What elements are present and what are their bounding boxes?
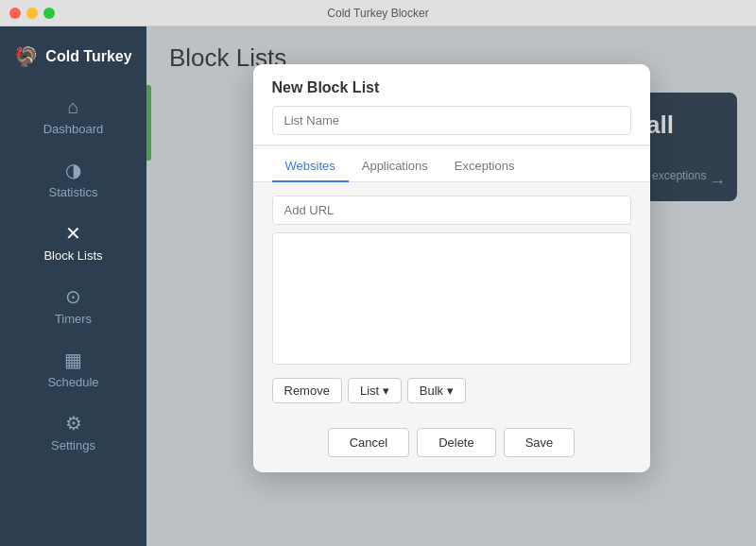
title-bar: Cold Turkey Blocker — [0, 0, 756, 26]
sidebar-item-block-lists[interactable]: ✕ Block Lists — [0, 211, 146, 274]
modal-footer: Cancel Delete Save — [253, 428, 650, 472]
url-list-textarea[interactable] — [272, 232, 631, 365]
tab-applications[interactable]: Applications — [349, 149, 441, 182]
schedule-icon: ▦ — [64, 349, 82, 371]
close-button[interactable] — [9, 8, 21, 19]
modal-body: Remove List ▾ Bulk ▾ — [253, 182, 650, 428]
window-controls[interactable] — [9, 8, 55, 19]
modal-title: New Block List — [272, 79, 631, 96]
bulk-dropdown-button[interactable]: Bulk ▾ — [407, 378, 466, 403]
maximize-button[interactable] — [43, 8, 55, 19]
sidebar-item-statistics[interactable]: ◑ Statistics — [0, 147, 146, 211]
brand-icon: 🦃 — [14, 45, 38, 68]
app-container: 🦃 Cold Turkey ⌂ Dashboard ◑ Statistics ✕… — [0, 26, 756, 546]
statistics-label: Statistics — [48, 185, 97, 199]
sidebar-item-settings[interactable]: ⚙ Settings — [0, 401, 146, 464]
dashboard-label: Dashboard — [43, 122, 104, 136]
settings-icon: ⚙ — [65, 412, 82, 435]
statistics-icon: ◑ — [65, 159, 81, 181]
modal-tabs: Websites Applications Exceptions — [253, 149, 650, 182]
sidebar-brand: 🦃 Cold Turkey — [14, 36, 131, 85]
action-buttons: Remove List ▾ Bulk ▾ — [272, 378, 631, 403]
new-block-list-modal: New Block List Websites Applications Exc… — [253, 64, 650, 472]
sidebar-item-schedule[interactable]: ▦ Schedule — [0, 337, 146, 401]
cancel-button[interactable]: Cancel — [328, 428, 409, 457]
sidebar: 🦃 Cold Turkey ⌂ Dashboard ◑ Statistics ✕… — [0, 26, 146, 546]
remove-button[interactable]: Remove — [272, 378, 342, 403]
block-lists-icon: ✕ — [65, 222, 81, 245]
sidebar-item-dashboard[interactable]: ⌂ Dashboard — [0, 85, 146, 147]
add-url-input[interactable] — [272, 196, 631, 225]
tab-exceptions[interactable]: Exceptions — [441, 149, 528, 182]
dashboard-icon: ⌂ — [67, 96, 78, 118]
save-button[interactable]: Save — [504, 428, 576, 457]
timers-label: Timers — [55, 312, 92, 326]
timers-icon: ⊙ — [65, 285, 81, 308]
main-content: ‹ Block Lists Block all sites sites, 0 a… — [146, 26, 756, 546]
sidebar-nav: ⌂ Dashboard ◑ Statistics ✕ Block Lists ⊙… — [0, 85, 146, 464]
list-dropdown-button[interactable]: List ▾ — [348, 378, 402, 403]
block-lists-label: Block Lists — [43, 248, 102, 263]
tab-websites[interactable]: Websites — [272, 149, 349, 182]
list-name-input[interactable] — [272, 106, 631, 135]
window-title: Cold Turkey Blocker — [327, 7, 428, 20]
settings-label: Settings — [51, 438, 95, 452]
delete-button[interactable]: Delete — [417, 428, 496, 457]
brand-name: Cold Turkey — [45, 48, 131, 65]
modal-overlay: New Block List Websites Applications Exc… — [146, 26, 756, 546]
minimize-button[interactable] — [26, 8, 38, 19]
schedule-label: Schedule — [47, 375, 98, 389]
modal-header: New Block List — [253, 64, 650, 145]
sidebar-item-timers[interactable]: ⊙ Timers — [0, 274, 146, 337]
